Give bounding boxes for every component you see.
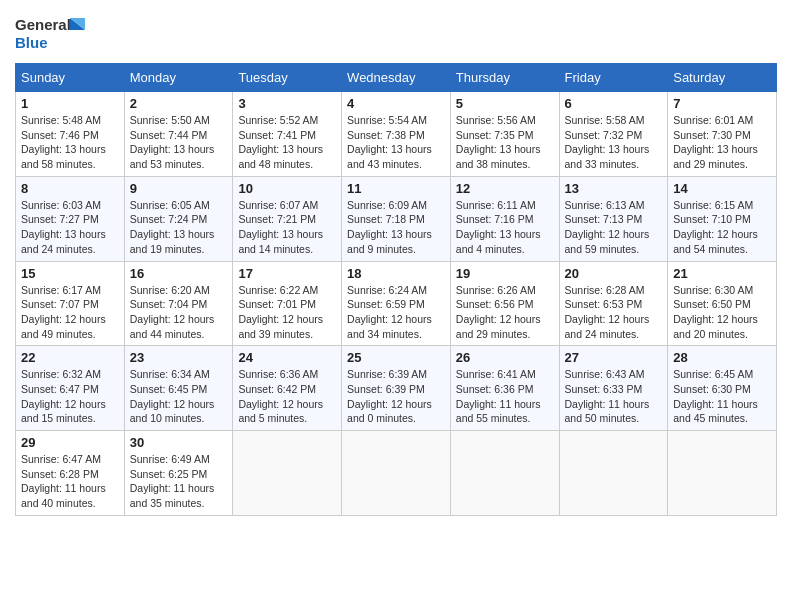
day-number: 6 [565, 96, 663, 111]
day-number: 22 [21, 350, 119, 365]
table-row: 29Sunrise: 6:47 AM Sunset: 6:28 PM Dayli… [16, 431, 125, 516]
day-number: 18 [347, 266, 445, 281]
day-info: Sunrise: 6:24 AM Sunset: 6:59 PM Dayligh… [347, 283, 445, 342]
day-number: 7 [673, 96, 771, 111]
table-row [233, 431, 342, 516]
table-row: 1Sunrise: 5:48 AM Sunset: 7:46 PM Daylig… [16, 92, 125, 177]
day-number: 3 [238, 96, 336, 111]
table-row: 30Sunrise: 6:49 AM Sunset: 6:25 PM Dayli… [124, 431, 233, 516]
day-info: Sunrise: 6:26 AM Sunset: 6:56 PM Dayligh… [456, 283, 554, 342]
table-row: 21Sunrise: 6:30 AM Sunset: 6:50 PM Dayli… [668, 261, 777, 346]
day-number: 5 [456, 96, 554, 111]
table-row: 11Sunrise: 6:09 AM Sunset: 7:18 PM Dayli… [342, 176, 451, 261]
table-row: 5Sunrise: 5:56 AM Sunset: 7:35 PM Daylig… [450, 92, 559, 177]
table-row: 3Sunrise: 5:52 AM Sunset: 7:41 PM Daylig… [233, 92, 342, 177]
day-number: 2 [130, 96, 228, 111]
day-info: Sunrise: 6:43 AM Sunset: 6:33 PM Dayligh… [565, 367, 663, 426]
calendar-header-day: Friday [559, 64, 668, 92]
day-number: 24 [238, 350, 336, 365]
table-row: 25Sunrise: 6:39 AM Sunset: 6:39 PM Dayli… [342, 346, 451, 431]
day-info: Sunrise: 6:36 AM Sunset: 6:42 PM Dayligh… [238, 367, 336, 426]
day-info: Sunrise: 6:34 AM Sunset: 6:45 PM Dayligh… [130, 367, 228, 426]
day-info: Sunrise: 5:52 AM Sunset: 7:41 PM Dayligh… [238, 113, 336, 172]
table-row: 10Sunrise: 6:07 AM Sunset: 7:21 PM Dayli… [233, 176, 342, 261]
day-info: Sunrise: 6:01 AM Sunset: 7:30 PM Dayligh… [673, 113, 771, 172]
day-number: 28 [673, 350, 771, 365]
svg-text:General: General [15, 16, 71, 33]
day-number: 10 [238, 181, 336, 196]
day-info: Sunrise: 5:56 AM Sunset: 7:35 PM Dayligh… [456, 113, 554, 172]
day-number: 13 [565, 181, 663, 196]
calendar-week-row: 8Sunrise: 6:03 AM Sunset: 7:27 PM Daylig… [16, 176, 777, 261]
day-number: 14 [673, 181, 771, 196]
table-row [342, 431, 451, 516]
day-info: Sunrise: 5:48 AM Sunset: 7:46 PM Dayligh… [21, 113, 119, 172]
day-number: 29 [21, 435, 119, 450]
calendar-header-day: Sunday [16, 64, 125, 92]
day-number: 17 [238, 266, 336, 281]
table-row: 4Sunrise: 5:54 AM Sunset: 7:38 PM Daylig… [342, 92, 451, 177]
calendar-header-day: Thursday [450, 64, 559, 92]
table-row: 2Sunrise: 5:50 AM Sunset: 7:44 PM Daylig… [124, 92, 233, 177]
day-info: Sunrise: 6:22 AM Sunset: 7:01 PM Dayligh… [238, 283, 336, 342]
day-number: 15 [21, 266, 119, 281]
day-info: Sunrise: 5:50 AM Sunset: 7:44 PM Dayligh… [130, 113, 228, 172]
day-info: Sunrise: 6:15 AM Sunset: 7:10 PM Dayligh… [673, 198, 771, 257]
table-row: 24Sunrise: 6:36 AM Sunset: 6:42 PM Dayli… [233, 346, 342, 431]
table-row: 16Sunrise: 6:20 AM Sunset: 7:04 PM Dayli… [124, 261, 233, 346]
table-row: 19Sunrise: 6:26 AM Sunset: 6:56 PM Dayli… [450, 261, 559, 346]
day-info: Sunrise: 6:13 AM Sunset: 7:13 PM Dayligh… [565, 198, 663, 257]
day-info: Sunrise: 6:03 AM Sunset: 7:27 PM Dayligh… [21, 198, 119, 257]
day-info: Sunrise: 6:17 AM Sunset: 7:07 PM Dayligh… [21, 283, 119, 342]
calendar-table: SundayMondayTuesdayWednesdayThursdayFrid… [15, 63, 777, 516]
calendar-header-day: Tuesday [233, 64, 342, 92]
day-number: 26 [456, 350, 554, 365]
day-info: Sunrise: 6:45 AM Sunset: 6:30 PM Dayligh… [673, 367, 771, 426]
table-row: 12Sunrise: 6:11 AM Sunset: 7:16 PM Dayli… [450, 176, 559, 261]
day-info: Sunrise: 6:41 AM Sunset: 6:36 PM Dayligh… [456, 367, 554, 426]
day-number: 20 [565, 266, 663, 281]
day-number: 25 [347, 350, 445, 365]
day-number: 23 [130, 350, 228, 365]
day-number: 1 [21, 96, 119, 111]
logo-svg: GeneralBlue [15, 10, 95, 55]
table-row: 14Sunrise: 6:15 AM Sunset: 7:10 PM Dayli… [668, 176, 777, 261]
day-number: 8 [21, 181, 119, 196]
day-number: 30 [130, 435, 228, 450]
day-number: 4 [347, 96, 445, 111]
day-info: Sunrise: 6:07 AM Sunset: 7:21 PM Dayligh… [238, 198, 336, 257]
table-row [559, 431, 668, 516]
table-row: 18Sunrise: 6:24 AM Sunset: 6:59 PM Dayli… [342, 261, 451, 346]
svg-text:Blue: Blue [15, 34, 48, 51]
table-row: 13Sunrise: 6:13 AM Sunset: 7:13 PM Dayli… [559, 176, 668, 261]
table-row [668, 431, 777, 516]
day-info: Sunrise: 6:47 AM Sunset: 6:28 PM Dayligh… [21, 452, 119, 511]
table-row: 27Sunrise: 6:43 AM Sunset: 6:33 PM Dayli… [559, 346, 668, 431]
calendar-week-row: 15Sunrise: 6:17 AM Sunset: 7:07 PM Dayli… [16, 261, 777, 346]
calendar-week-row: 1Sunrise: 5:48 AM Sunset: 7:46 PM Daylig… [16, 92, 777, 177]
day-number: 27 [565, 350, 663, 365]
day-info: Sunrise: 5:54 AM Sunset: 7:38 PM Dayligh… [347, 113, 445, 172]
table-row: 15Sunrise: 6:17 AM Sunset: 7:07 PM Dayli… [16, 261, 125, 346]
day-number: 12 [456, 181, 554, 196]
day-number: 11 [347, 181, 445, 196]
calendar-header-day: Wednesday [342, 64, 451, 92]
calendar-header-day: Monday [124, 64, 233, 92]
day-info: Sunrise: 6:30 AM Sunset: 6:50 PM Dayligh… [673, 283, 771, 342]
calendar-week-row: 22Sunrise: 6:32 AM Sunset: 6:47 PM Dayli… [16, 346, 777, 431]
table-row: 7Sunrise: 6:01 AM Sunset: 7:30 PM Daylig… [668, 92, 777, 177]
logo: GeneralBlue [15, 10, 95, 55]
calendar-header-day: Saturday [668, 64, 777, 92]
table-row: 20Sunrise: 6:28 AM Sunset: 6:53 PM Dayli… [559, 261, 668, 346]
table-row: 28Sunrise: 6:45 AM Sunset: 6:30 PM Dayli… [668, 346, 777, 431]
day-number: 19 [456, 266, 554, 281]
day-info: Sunrise: 5:58 AM Sunset: 7:32 PM Dayligh… [565, 113, 663, 172]
day-info: Sunrise: 6:20 AM Sunset: 7:04 PM Dayligh… [130, 283, 228, 342]
day-info: Sunrise: 6:49 AM Sunset: 6:25 PM Dayligh… [130, 452, 228, 511]
day-number: 16 [130, 266, 228, 281]
day-info: Sunrise: 6:09 AM Sunset: 7:18 PM Dayligh… [347, 198, 445, 257]
day-info: Sunrise: 6:32 AM Sunset: 6:47 PM Dayligh… [21, 367, 119, 426]
day-info: Sunrise: 6:11 AM Sunset: 7:16 PM Dayligh… [456, 198, 554, 257]
table-row [450, 431, 559, 516]
table-row: 17Sunrise: 6:22 AM Sunset: 7:01 PM Dayli… [233, 261, 342, 346]
